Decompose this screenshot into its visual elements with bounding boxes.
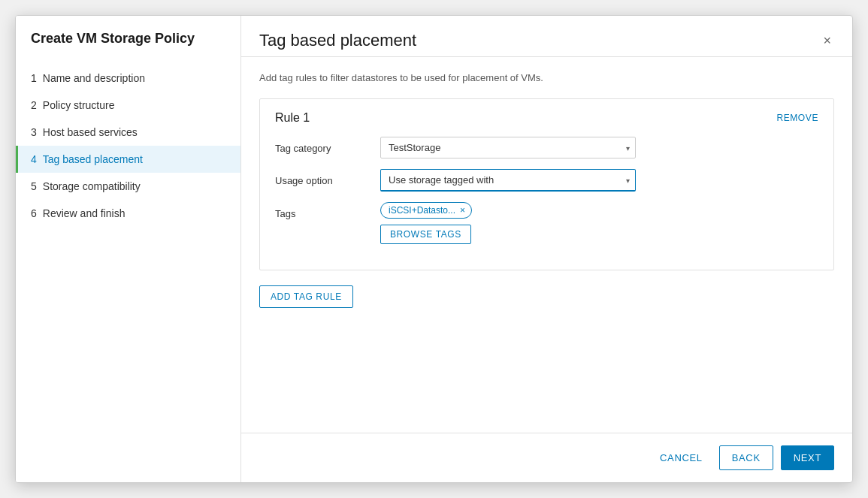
usage-option-label: Usage option [275, 169, 380, 186]
tag-category-control: TestStorage ▾ [380, 137, 636, 158]
tags-label: Tags [275, 202, 380, 219]
sidebar: Create VM Storage Policy 1 Name and desc… [16, 16, 241, 482]
modal-body: Create VM Storage Policy 1 Name and desc… [16, 16, 852, 482]
tag-chip-iscsi: iSCSI+Datasto... × [380, 202, 472, 219]
usage-option-row: Usage option Use storage tagged with ▾ [275, 169, 818, 192]
next-button[interactable]: NEXT [781, 445, 834, 470]
content-header: Tag based placement × [241, 16, 852, 57]
active-indicator [16, 146, 18, 173]
sidebar-item-host-based-services[interactable]: 3 Host based services [16, 119, 240, 146]
add-tag-rule-button[interactable]: ADD TAG RULE [259, 285, 353, 308]
sidebar-item-label-6: Review and finish [43, 207, 126, 219]
content-description: Add tag rules to filter datastores to be… [259, 72, 834, 83]
browse-tags-button[interactable]: BROWSE TAGS [380, 225, 471, 244]
remove-rule-button[interactable]: REMOVE [776, 113, 818, 123]
sidebar-item-number-6: 6 [31, 207, 37, 219]
sidebar-item-storage-compatibility[interactable]: 5 Storage compatibility [16, 173, 240, 200]
sidebar-item-name-description[interactable]: 1 Name and description [16, 65, 240, 92]
sidebar-item-label-1: Name and description [43, 72, 145, 84]
tag-category-select[interactable]: TestStorage [380, 137, 636, 158]
tag-chip-label: iSCSI+Datasto... [389, 205, 455, 216]
tags-container: iSCSI+Datasto... × [380, 202, 636, 219]
sidebar-item-number-2: 2 [31, 99, 37, 111]
modal-footer: CANCEL BACK NEXT [241, 433, 852, 482]
sidebar-item-tag-based-placement[interactable]: 4 Tag based placement [16, 146, 240, 173]
tag-category-label: Tag category [275, 137, 380, 154]
sidebar-item-number-5: 5 [31, 180, 37, 192]
usage-option-select[interactable]: Use storage tagged with [380, 169, 636, 192]
sidebar-item-label-5: Storage compatibility [43, 180, 141, 192]
tag-remove-icon: × [460, 205, 465, 216]
sidebar-item-number-3: 3 [31, 126, 37, 138]
cancel-button[interactable]: CANCEL [651, 446, 712, 469]
create-vm-storage-policy-modal: Create VM Storage Policy 1 Name and desc… [15, 15, 853, 483]
tags-control: iSCSI+Datasto... × BROWSE TAGS [380, 202, 636, 244]
sidebar-item-number-4: 4 [31, 153, 37, 165]
main-content: Tag based placement × Add tag rules to f… [241, 16, 852, 482]
rule-header: Rule 1 REMOVE [275, 111, 818, 125]
usage-option-control: Use storage tagged with ▾ [380, 169, 636, 192]
close-button[interactable]: × [820, 31, 834, 50]
sidebar-item-review-and-finish[interactable]: 6 Review and finish [16, 200, 240, 227]
sidebar-item-number-1: 1 [31, 72, 37, 84]
tag-remove-button[interactable]: × [460, 206, 465, 215]
sidebar-item-policy-structure[interactable]: 2 Policy structure [16, 92, 240, 119]
tags-row: Tags iSCSI+Datasto... × BROWSE TA [275, 202, 818, 244]
sidebar-title: Create VM Storage Policy [16, 31, 240, 65]
sidebar-item-label-2: Policy structure [43, 99, 115, 111]
rule-title: Rule 1 [275, 111, 310, 125]
back-button[interactable]: BACK [719, 445, 773, 470]
close-icon: × [823, 33, 831, 48]
tag-category-row: Tag category TestStorage ▾ [275, 137, 818, 158]
sidebar-item-label-3: Host based services [43, 126, 138, 138]
content-title: Tag based placement [259, 31, 416, 50]
usage-option-select-wrapper: Use storage tagged with ▾ [380, 169, 636, 192]
tag-category-select-wrapper: TestStorage ▾ [380, 137, 636, 158]
content-main: Add tag rules to filter datastores to be… [241, 57, 852, 433]
rule-1-section: Rule 1 REMOVE Tag category TestStorage ▾ [259, 98, 834, 270]
sidebar-item-label-4: Tag based placement [43, 153, 143, 165]
